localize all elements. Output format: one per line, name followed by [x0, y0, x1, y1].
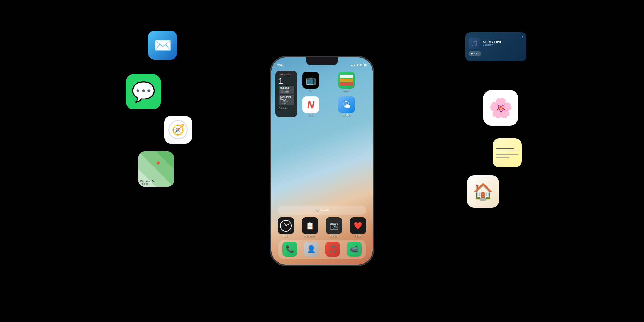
signal-icon: ▲▲▲: [350, 63, 359, 67]
health-label: Health: [355, 235, 361, 237]
health-icon: ❤️: [350, 217, 366, 234]
app-wallet[interactable]: Wallet: [324, 71, 369, 93]
play-icon: ▶ Play: [471, 52, 479, 55]
wallet-card-3: [340, 82, 353, 86]
apps-top-grid: 📺 TV Wallet: [275, 71, 369, 117]
search-icon: 🔍: [315, 209, 318, 212]
scene: 9:41 ▲▲▲ ⊛ ▮▯ 📺 TV: [0, 0, 644, 322]
apps-mid-grid: Clock 📋 Reminders 📷 Camera ❤️: [275, 217, 369, 237]
floating-mail[interactable]: ✉️: [148, 31, 177, 60]
calendar-day: TUESDAY: [279, 73, 294, 76]
dock-app-phone[interactable]: 📞: [282, 242, 297, 257]
music-top-row: 🎵 ALL MY LOVE Coldplay: [469, 38, 523, 49]
dock: 📞 👤 🎵 📹: [278, 240, 366, 259]
notes-line-2: [496, 154, 518, 155]
safari-compass-icon: 🧭: [168, 120, 188, 139]
home-icon: 🏠: [473, 182, 493, 201]
news-label: News: [308, 114, 314, 116]
camera-label: Camera: [330, 235, 338, 237]
floating-safari[interactable]: 🧭: [164, 116, 192, 144]
music-info: ALL MY LOVE Coldplay: [483, 40, 523, 46]
app-reminders[interactable]: 📋 Reminders: [299, 217, 321, 237]
music-note-icon: ♪: [521, 35, 523, 39]
status-icons: ▲▲▲ ⊛ ▮▯: [350, 63, 367, 67]
dock-app-facetime[interactable]: 📹: [347, 242, 362, 257]
calendar-date: 1: [279, 77, 294, 85]
app-clock[interactable]: Clock: [275, 217, 297, 237]
floating-home[interactable]: 🏠: [467, 175, 499, 208]
mail-icon: ✉️: [154, 36, 172, 54]
maps-location: Paradise Dr: [140, 180, 172, 183]
floating-music-widget[interactable]: ♪ 🎵 ALL MY LOVE Coldplay ▶ Play: [467, 32, 525, 61]
maps-icon: 📍 Paradise Dr Tiburon: [138, 151, 174, 187]
whatsapp-icon: 💬: [131, 80, 156, 103]
tv-label: TV: [309, 90, 312, 92]
status-time: 9:41: [277, 63, 284, 67]
battery-icon: ▮▯: [364, 63, 367, 67]
notes-line-1: [496, 151, 518, 151]
app-tv[interactable]: 📺 TV: [300, 71, 322, 93]
weather-icon: 🌤: [338, 96, 355, 113]
app-news[interactable]: N News: [300, 95, 322, 117]
music-play-button[interactable]: ▶ Play: [469, 51, 481, 56]
phone-notch: [306, 57, 338, 65]
app-camera[interactable]: 📷 Camera: [323, 217, 345, 237]
calendar-event-1: Run club 10 – 10:30AM: [279, 86, 294, 94]
wallet-label: Wallet: [343, 90, 349, 92]
phone-body: 9:41 ▲▲▲ ⊛ ▮▯ 📺 TV: [270, 56, 374, 266]
news-icon: N: [302, 96, 319, 113]
music-artist: Coldplay: [483, 43, 523, 46]
dock-app-music[interactable]: 🎵: [325, 242, 340, 257]
search-placeholder: Search: [320, 209, 329, 212]
music-title: ALL MY LOVE: [483, 40, 523, 43]
notes-title-line: [496, 148, 514, 149]
camera-icon: 📷: [326, 217, 342, 234]
floating-whatsapp[interactable]: 💬: [126, 74, 161, 109]
clock-icon: [278, 217, 294, 234]
music-album-art: 🎵: [469, 38, 480, 49]
notes-line-3: [496, 157, 509, 158]
calendar-event-2: Lunch with Lewis 11AM – 12PM: [279, 95, 294, 105]
wifi-icon: ⊛: [360, 63, 363, 67]
reminders-icon: 📋: [302, 217, 318, 234]
maps-sublocation: Tiburon: [140, 183, 172, 185]
phone-screen: 9:41 ▲▲▲ ⊛ ▮▯ 📺 TV: [271, 57, 373, 265]
maps-pin-icon: 📍: [155, 161, 162, 168]
calendar-widget[interactable]: TUESDAY 1 Run club 10 – 10:30AM Lunch wi…: [275, 71, 297, 117]
dock-app-contacts[interactable]: 👤: [304, 242, 319, 257]
floating-photos[interactable]: 🌸: [483, 90, 518, 126]
wallet-card-1: [340, 75, 353, 78]
floating-maps[interactable]: 📍 Paradise Dr Tiburon: [138, 151, 174, 187]
app-health[interactable]: ❤️ Health: [347, 217, 369, 237]
clock-minute-hand: [286, 223, 290, 226]
tv-icon: 📺: [306, 75, 316, 85]
wallet-card-2: [340, 79, 353, 82]
reminders-label: Reminders: [305, 235, 316, 237]
floating-notes[interactable]: [493, 138, 522, 167]
phone: 9:41 ▲▲▲ ⊛ ▮▯ 📺 TV: [270, 56, 374, 266]
weather-label: Weather: [342, 114, 351, 116]
calendar-label: Calendar: [279, 107, 294, 109]
app-weather[interactable]: 🌤 Weather: [324, 95, 369, 117]
search-bar[interactable]: 🔍 Search: [278, 206, 366, 215]
photos-icon: 🌸: [489, 97, 513, 119]
clock-label: Clock: [283, 235, 289, 237]
